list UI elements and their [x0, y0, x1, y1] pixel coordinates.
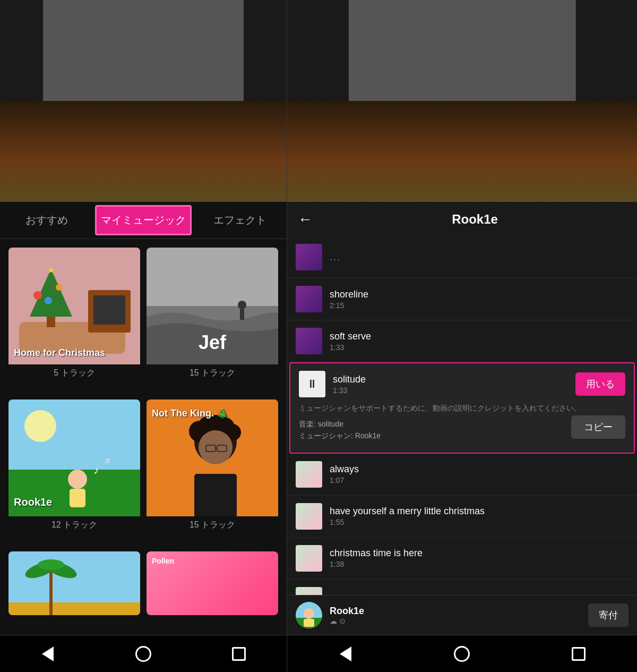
track-info-shoreline: shoreline 2:15 — [330, 289, 629, 310]
right-bottom-nav — [287, 635, 637, 672]
left-panel: おすすめ マイミュージック エフェクト — [0, 0, 287, 672]
card-partial1[interactable] — [8, 551, 140, 615]
svg-rect-32 — [194, 474, 237, 516]
track-duration-have-yourself: 1:55 — [330, 518, 629, 526]
right-gray-placeholder — [348, 0, 575, 105]
tab-effects[interactable]: エフェクト — [194, 202, 287, 239]
track-item-christmas-time[interactable]: christmas time is here 1:38 — [287, 538, 637, 580]
artist-avatar — [296, 602, 322, 628]
track-info-always: always 1:07 — [330, 464, 629, 484]
jef-card-title: Jef — [199, 331, 226, 354]
tab-recommend[interactable]: おすすめ — [0, 202, 93, 239]
svg-text:♪: ♪ — [93, 464, 99, 476]
active-track-credit: ミュージシャンをサポートするために、動画の説明にクレジットを入れてください。 音… — [299, 397, 625, 445]
svg-rect-18 — [70, 489, 85, 507]
svg-rect-34 — [8, 602, 140, 615]
svg-point-17 — [68, 470, 87, 489]
pause-icon: ⏸ — [306, 377, 318, 391]
back-button[interactable]: ← — [298, 211, 313, 228]
christmas-card-title: Home for Christmas — [14, 347, 105, 359]
christmas-track-count: 5 トラック — [8, 364, 140, 382]
home-button-left[interactable] — [133, 643, 154, 665]
back-button-right[interactable] — [335, 643, 356, 665]
rook1e-track-count: 12 トラック — [8, 516, 140, 534]
right-panel: ← Rook1e ... shoreline — [287, 0, 637, 672]
track-duration-shoreline: 2:15 — [330, 301, 629, 310]
right-shrine-image — [287, 101, 637, 202]
christmas-card-bg: ★ Home for Christmas — [8, 248, 140, 364]
track-item-shoreline[interactable]: shoreline 2:15 — [287, 278, 637, 320]
track-thumb-christmas-time — [296, 545, 322, 572]
track-name-solitude: solitude — [333, 374, 575, 385]
left-video-preview — [0, 0, 287, 202]
svg-point-38 — [38, 559, 64, 570]
card-rook1e[interactable]: ♪ ♬ Rook1e 12 トラック — [8, 399, 140, 545]
track-item-always[interactable]: always 1:07 — [287, 454, 637, 496]
track-item-ellipsis[interactable]: ... — [287, 236, 637, 278]
svg-point-16 — [24, 410, 56, 442]
artist-footer: Rook1e ☁ ⊙ 寄付 — [287, 595, 637, 635]
svg-point-8 — [56, 284, 62, 291]
use-button[interactable]: 用いる — [575, 372, 625, 396]
track-name-soft-serve: soft serve — [330, 331, 629, 342]
recents-button-right[interactable] — [568, 643, 589, 665]
left-bottom-nav — [0, 635, 287, 672]
back-button-left[interactable] — [37, 643, 58, 665]
track-info-soft-serve: soft serve 1:33 — [330, 331, 629, 352]
artist-footer-info: Rook1e ☁ ⊙ — [330, 606, 364, 625]
svg-point-12 — [238, 301, 246, 309]
home-button-right[interactable] — [451, 643, 472, 665]
track-item-soft-serve[interactable]: soft serve 1:33 — [287, 320, 637, 362]
music-grid: ★ Home for Christmas 5 トラック — [0, 239, 287, 635]
artist-footer-name: Rook1e — [330, 606, 364, 617]
track-name-have-yourself: have yourself a merry little christmas — [330, 506, 629, 517]
tab-mymusic[interactable]: マイミュージック — [95, 205, 191, 235]
credit-message: ミュージシャンをサポートするために、動画の説明にクレジットを入れてください。 — [299, 403, 625, 414]
artist-header: ← Rook1e — [287, 202, 637, 236]
svg-text:★: ★ — [47, 266, 55, 275]
card-jef[interactable]: Jef 15 トラック — [147, 248, 278, 393]
notking-track-count: 15 トラック — [147, 516, 278, 534]
track-name-ellipsis: ... — [330, 252, 629, 263]
track-info-have-yourself: have yourself a merry little christmas 1… — [330, 506, 629, 526]
track-list: ... shoreline 2:15 — [287, 236, 637, 595]
rook1e-card-bg: ♪ ♬ Rook1e — [8, 399, 140, 516]
artist-footer-social: ☁ ⊙ — [330, 617, 364, 625]
donate-button[interactable]: 寄付 — [588, 603, 629, 627]
right-video-preview — [287, 0, 637, 202]
track-item-have-yourself[interactable]: have yourself a merry little christmas 1… — [287, 496, 637, 538]
svg-rect-42 — [304, 619, 314, 627]
track-thumb-always — [296, 461, 322, 488]
card-notking[interactable]: Not The King. 🎄 15 トラック — [147, 399, 278, 545]
svg-rect-3 — [47, 317, 55, 327]
track-info-christmas-time: christmas time is here 1:38 — [330, 548, 629, 568]
track-duration-christmas-time: 1:38 — [330, 560, 629, 568]
svg-rect-13 — [240, 309, 244, 320]
svg-point-41 — [304, 608, 314, 619]
pollen-card-title: Pollen — [152, 557, 174, 565]
svg-rect-6 — [93, 295, 125, 325]
track-item-sleigh-ride[interactable]: sleigh ride — [287, 580, 637, 595]
svg-text:♬: ♬ — [104, 456, 110, 465]
track-thumb-sleigh-ride — [296, 587, 322, 595]
track-info-ellipsis: ... — [330, 252, 629, 263]
track-thumb-soft-serve — [296, 328, 322, 354]
recents-button-left[interactable] — [228, 643, 249, 665]
track-item-solitude[interactable]: ⏸ solitude 1:33 用いる ミュージシャンをサポートするために、動画… — [289, 362, 635, 454]
track-info-solitude: solitude 1:33 — [333, 374, 575, 395]
jef-card-bg: Jef — [147, 248, 278, 364]
pollen-card-bg: Pollen — [147, 551, 278, 615]
track-duration-solitude: 1:33 — [333, 386, 575, 395]
svg-point-9 — [45, 297, 52, 304]
rook1e-card-title: Rook1e — [14, 496, 52, 508]
copy-button[interactable]: コピー — [571, 415, 625, 439]
notking-card-bg: Not The King. 🎄 — [147, 399, 278, 516]
track-thumb-have-yourself — [296, 503, 322, 530]
card-christmas[interactable]: ★ Home for Christmas 5 トラック — [8, 248, 140, 393]
card-pollen[interactable]: Pollen — [147, 551, 278, 615]
track-name-christmas-time: christmas time is here — [330, 548, 629, 559]
track-name-shoreline: shoreline — [330, 289, 629, 300]
track-duration-soft-serve: 1:33 — [330, 343, 629, 352]
track-thumb-ellipsis — [296, 244, 322, 270]
track-thumb-shoreline — [296, 286, 322, 312]
